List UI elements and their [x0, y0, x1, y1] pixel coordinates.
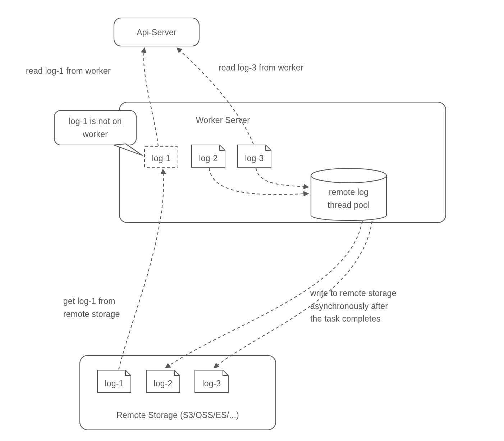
edge-read-log1: read log-1 from worker	[26, 65, 111, 78]
worker-log2-label: log-2	[192, 152, 225, 165]
worker-log3-label: log-3	[238, 152, 271, 165]
edge-get-log1: get log-1 from remote storage	[63, 295, 120, 320]
worker-server-title: Worker Server	[173, 114, 273, 127]
edge-write-async: write to remote storage asynchronously a…	[310, 287, 397, 326]
remote-storage-title: Remote Storage (S3/OSS/ES/...)	[80, 409, 276, 422]
remote-log3-label: log-3	[195, 377, 228, 390]
api-server-label: Api-Server	[114, 26, 199, 39]
worker-log1-label: log-1	[145, 152, 178, 165]
svg-point-0	[311, 168, 386, 183]
callout-log1-label: log-1 is not on worker	[54, 115, 136, 141]
diagram-canvas: Api-Server Worker Server log-1 is not on…	[0, 0, 504, 441]
remote-log1-label: log-1	[97, 377, 131, 390]
thread-pool-label: remote log thread pool	[311, 186, 386, 212]
edge-read-log3: read log-3 from worker	[219, 62, 303, 74]
remote-log2-label: log-2	[146, 377, 180, 390]
